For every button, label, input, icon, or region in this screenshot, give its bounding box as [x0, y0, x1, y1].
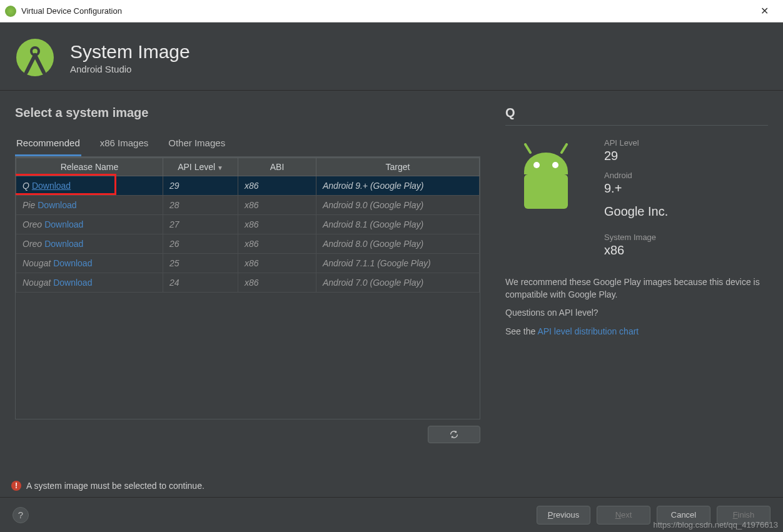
image-tabs: Recommended x86 Images Other Images [15, 133, 480, 157]
release-name: Pie [23, 200, 35, 210]
svg-point-4 [552, 162, 558, 168]
release-name: Nougat [23, 278, 51, 288]
label-android: Android [604, 171, 668, 180]
release-name: Oreo [23, 239, 42, 249]
question-text: Questions on API level? [505, 307, 768, 319]
page-title: System Image [70, 41, 190, 63]
previous-button[interactable]: Previous [537, 506, 590, 524]
cell-api: 24 [163, 273, 238, 293]
header-banner: System Image Android Studio [0, 23, 783, 91]
table-row[interactable]: NougatDownload25x86Android 7.1.1 (Google… [16, 254, 480, 273]
finish-button[interactable]: Finish [717, 506, 770, 524]
release-name: Nougat [23, 258, 51, 268]
cell-abi: x86 [238, 254, 316, 273]
android-robot-icon [512, 143, 580, 218]
help-button[interactable]: ? [13, 507, 29, 523]
download-link[interactable]: Download [44, 239, 83, 249]
details-panel: Q API Level 29 Android 9.+ Google Inc. S… [505, 106, 768, 443]
page-subtitle: Android Studio [70, 64, 190, 74]
tab-other-images[interactable]: Other Images [167, 133, 226, 156]
label-api-level: API Level [604, 138, 668, 148]
svg-rect-2 [524, 174, 568, 209]
cell-target: Android 8.0 (Google Play) [316, 234, 480, 254]
error-text: A system image must be selected to conti… [26, 481, 205, 491]
cell-api: 25 [163, 254, 238, 273]
cell-api: 26 [163, 234, 238, 254]
cell-target: Android 9.0 (Google Play) [316, 196, 480, 215]
cell-abi: x86 [238, 196, 316, 215]
cell-target: Android 7.0 (Google Play) [316, 273, 480, 293]
download-link[interactable]: Download [53, 278, 92, 288]
window-title: Virtual Device Configuration [21, 6, 750, 16]
table-row[interactable]: OreoDownload27x86Android 8.1 (Google Pla… [16, 215, 480, 234]
label-system-image: System Image [604, 233, 668, 242]
section-title: Select a system image [15, 106, 480, 120]
android-studio-logo-icon [15, 38, 55, 78]
value-vendor: Google Inc. [604, 204, 668, 219]
error-icon: ! [11, 481, 21, 491]
cancel-button[interactable]: Cancel [657, 506, 710, 524]
svg-line-5 [525, 144, 530, 153]
value-android: 9.+ [604, 181, 668, 196]
android-studio-icon [5, 6, 16, 17]
cell-target: Android 7.1.1 (Google Play) [316, 254, 480, 273]
svg-line-6 [562, 144, 567, 153]
table-row[interactable]: NougatDownload24x86Android 7.0 (Google P… [16, 273, 480, 293]
col-target[interactable]: Target [316, 158, 480, 176]
table-row[interactable]: QDownload29x86Android 9.+ (Google Play) [16, 176, 480, 196]
cell-api: 28 [163, 196, 238, 215]
cell-api: 27 [163, 215, 238, 234]
svg-point-3 [533, 162, 540, 168]
close-button[interactable]: ✕ [750, 0, 778, 23]
cell-target: Android 9.+ (Google Play) [316, 176, 480, 196]
validation-error: ! A system image must be selected to con… [11, 481, 205, 491]
cell-abi: x86 [238, 176, 316, 196]
titlebar: Virtual Device Configuration ✕ [0, 0, 783, 23]
refresh-button[interactable] [428, 426, 480, 443]
col-release-name[interactable]: Release Name [16, 158, 163, 176]
recommendation-text: We recommend these Google Play images be… [505, 276, 768, 301]
cell-abi: x86 [238, 215, 316, 234]
download-link[interactable]: Download [44, 219, 83, 229]
download-link[interactable]: Download [38, 200, 76, 210]
system-image-table: Release Name API Level ABI Target QDownl… [15, 157, 480, 419]
details-title: Q [505, 106, 768, 126]
see-prefix: See the [505, 326, 537, 336]
col-api-level[interactable]: API Level [163, 158, 238, 176]
col-abi[interactable]: ABI [238, 158, 316, 176]
release-name: Q [23, 181, 29, 191]
value-api-level: 29 [604, 149, 668, 163]
table-row[interactable]: OreoDownload26x86Android 8.0 (Google Pla… [16, 234, 480, 254]
tab-recommended[interactable]: Recommended [15, 133, 81, 156]
tab-x86-images[interactable]: x86 Images [99, 133, 150, 156]
refresh-icon [449, 429, 459, 439]
cell-abi: x86 [238, 273, 316, 293]
cell-target: Android 8.1 (Google Play) [316, 215, 480, 234]
cell-api: 29 [163, 176, 238, 196]
cell-abi: x86 [238, 234, 316, 254]
value-system-image: x86 [604, 243, 668, 258]
next-button[interactable]: Next [597, 506, 650, 524]
wizard-footer: ? Previous Next Cancel Finish [0, 497, 783, 532]
release-name: Oreo [23, 219, 42, 229]
table-row[interactable]: PieDownload28x86Android 9.0 (Google Play… [16, 196, 480, 215]
download-link[interactable]: Download [32, 181, 71, 191]
api-distribution-link[interactable]: API level distribution chart [537, 326, 639, 336]
download-link[interactable]: Download [53, 258, 92, 268]
